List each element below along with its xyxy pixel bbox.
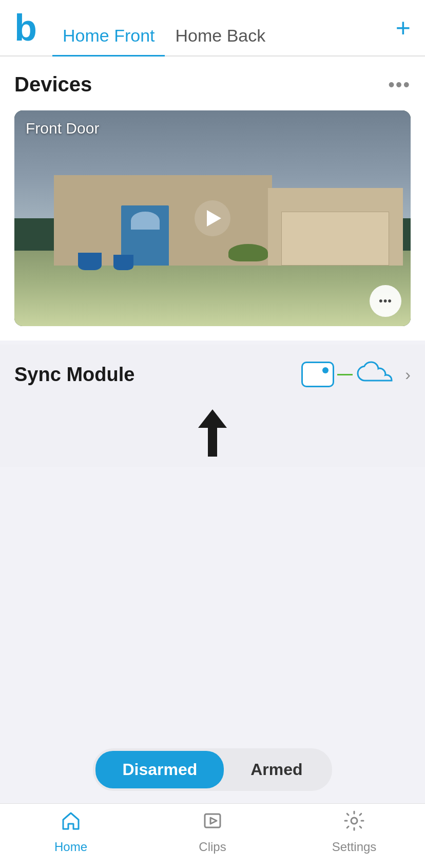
up-arrow-icon [198,409,227,457]
add-button[interactable]: + [396,15,411,41]
settings-icon [343,809,365,837]
nav-label-clips: Clips [199,840,226,854]
devices-more-button[interactable]: ••• [388,74,411,96]
flower-pot-right [113,255,133,270]
play-button[interactable] [195,200,230,236]
sync-chevron-icon[interactable]: › [405,365,411,384]
tab-home-front[interactable]: Home Front [52,26,165,56]
arm-toggle: Disarmed Armed [93,748,332,791]
nav-label-settings: Settings [332,840,377,854]
arrow-annotation [0,404,425,467]
sync-device-icon [301,362,334,387]
svg-point-1 [351,818,357,824]
nav-label-home: Home [54,840,87,854]
nav-item-clips[interactable]: Clips [142,809,282,854]
header: b Home Front Home Back + [0,0,425,56]
door-window [131,212,160,230]
sync-module-title: Sync Module [14,364,134,386]
play-icon [207,210,221,227]
sync-module-section: Sync Module › [0,345,425,404]
home-icon [60,809,82,837]
armed-button[interactable]: Armed [224,751,329,788]
camera-label: Front Door [26,120,99,137]
devices-header: Devices ••• [14,73,411,96]
tab-home-back[interactable]: Home Back [165,26,276,56]
sync-device-dot [322,367,329,373]
arrow-head [198,409,227,428]
disarmed-button[interactable]: Disarmed [95,751,224,788]
camera-thumbnail[interactable]: Front Door ••• [14,110,411,326]
cloud-svg [356,361,397,388]
nav-item-settings[interactable]: Settings [284,809,424,854]
flower-pot-left [78,253,102,270]
garage [268,188,402,266]
camera-more-button[interactable]: ••• [370,285,401,317]
sync-icons: › [301,361,411,388]
main-content-area [0,467,425,734]
svg-rect-0 [205,814,220,827]
garage-door [281,212,389,266]
tab-bar: Home Front Home Back [52,0,396,55]
devices-section: Devices ••• Front Door ••• [0,56,425,341]
sync-connector-line [337,374,353,375]
clips-icon [201,809,224,837]
app-logo: b [14,9,37,46]
arrow-shaft [208,428,217,457]
shrub-1 [228,244,268,261]
bottom-nav: Home Clips Settings [0,803,425,868]
arm-toggle-container: Disarmed Armed [0,734,425,803]
nav-item-home[interactable]: Home [1,809,141,854]
cloud-icon [356,361,397,388]
devices-title: Devices [14,73,92,96]
